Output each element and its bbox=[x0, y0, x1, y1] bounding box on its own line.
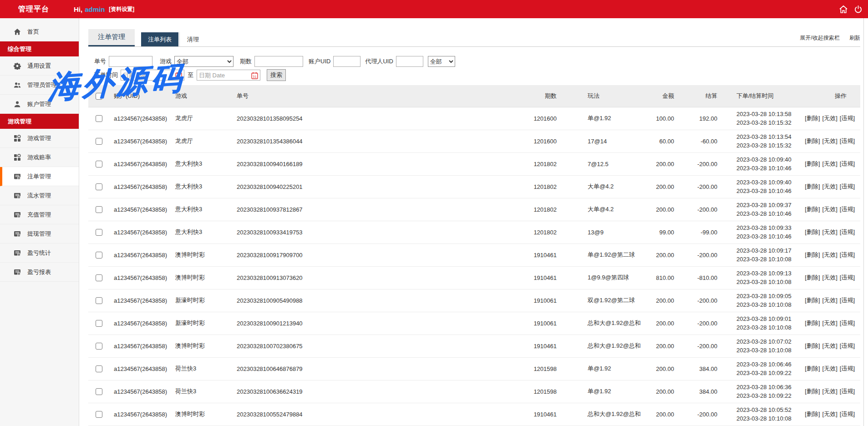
tab-order-list[interactable]: 注单列表 bbox=[141, 32, 178, 46]
sidebar-section-综合管理[interactable]: 综合管理 bbox=[0, 41, 79, 56]
row-action-link[interactable]: [删除] bbox=[805, 365, 820, 372]
cell-order-no: 20230328100917909700 bbox=[232, 243, 494, 266]
row-action-link[interactable]: [删除] bbox=[805, 388, 820, 395]
sidebar-item-盈亏统计[interactable]: 盈亏统计 bbox=[0, 243, 79, 263]
calendar-icon[interactable]: 31 bbox=[251, 72, 258, 79]
calendar-icon[interactable]: 31 bbox=[175, 72, 182, 79]
row-checkbox[interactable] bbox=[96, 274, 102, 281]
row-checkbox[interactable] bbox=[96, 138, 102, 145]
row-checkbox[interactable] bbox=[96, 411, 102, 418]
sidebar-item-游戏赔率[interactable]: 游戏赔率 bbox=[0, 148, 79, 167]
row-action-link[interactable]: [无效] bbox=[822, 137, 838, 144]
game-select[interactable]: 全部 bbox=[174, 56, 233, 67]
row-checkbox[interactable] bbox=[96, 161, 102, 167]
module-tab-order-management[interactable]: 注单管理 bbox=[88, 29, 135, 46]
row-checkbox[interactable] bbox=[96, 115, 102, 122]
row-action-link[interactable]: [无效] bbox=[822, 411, 838, 417]
row-action-link[interactable]: [删除] bbox=[805, 411, 820, 417]
row-action-link[interactable]: [删除] bbox=[805, 320, 820, 326]
row-action-link[interactable]: [无效] bbox=[822, 228, 838, 235]
row-action-link[interactable]: [无效] bbox=[822, 388, 838, 395]
row-action-link[interactable]: [删除] bbox=[805, 160, 820, 167]
sidebar-item-提现管理[interactable]: 提现管理 bbox=[0, 224, 79, 243]
row-action-link[interactable]: [无效] bbox=[822, 251, 838, 258]
sidebar-item-通用设置[interactable]: 通用设置 bbox=[0, 56, 79, 76]
refresh-link[interactable]: 刷新 bbox=[849, 35, 860, 41]
row-action-link[interactable]: [违规] bbox=[840, 342, 855, 349]
sidebar-item-流水管理[interactable]: 流水管理 bbox=[0, 186, 79, 205]
select-all-checkbox[interactable] bbox=[96, 93, 102, 100]
row-action-link[interactable]: [违规] bbox=[840, 137, 855, 144]
home-icon[interactable] bbox=[839, 5, 848, 14]
col-period: 期数 bbox=[494, 85, 558, 107]
row-action-link[interactable]: [违规] bbox=[840, 388, 855, 395]
row-action-link[interactable]: [删除] bbox=[805, 137, 820, 144]
cell-amount: 200.00 bbox=[644, 357, 676, 380]
date-to-input[interactable] bbox=[197, 71, 248, 80]
row-action-link[interactable]: [违规] bbox=[840, 365, 855, 372]
toggle-search-link[interactable]: 展开/收起搜索栏 bbox=[800, 35, 839, 41]
tab-clean[interactable]: 清理 bbox=[179, 32, 206, 46]
logout-power-icon[interactable] bbox=[854, 5, 863, 14]
sidebar-item-盈亏报表[interactable]: 盈亏报表 bbox=[0, 263, 79, 282]
row-action-link[interactable]: [删除] bbox=[805, 251, 820, 258]
row-action-link[interactable]: [违规] bbox=[840, 274, 855, 281]
row-action-link[interactable]: [无效] bbox=[822, 365, 838, 372]
row-action-link[interactable]: [违规] bbox=[840, 297, 855, 304]
row-checkbox[interactable] bbox=[96, 343, 102, 350]
report-icon bbox=[14, 269, 21, 276]
row-checkbox[interactable] bbox=[96, 183, 102, 190]
row-action-link[interactable]: [违规] bbox=[840, 183, 855, 190]
row-action-link[interactable]: [无效] bbox=[822, 206, 838, 213]
profile-settings-link[interactable]: [资料设置] bbox=[109, 5, 134, 13]
row-action-link[interactable]: [删除] bbox=[805, 183, 820, 190]
sidebar-item-管理员管理[interactable]: 管理员管理 bbox=[0, 76, 79, 95]
sidebar-item-注单管理[interactable]: 注单管理 bbox=[0, 167, 79, 186]
cell-time: 2023-03-28 10:13:58 2023-03-28 10:15:32 bbox=[719, 107, 799, 130]
period-input[interactable] bbox=[254, 56, 303, 67]
row-action-link[interactable]: [删除] bbox=[805, 115, 820, 122]
row-checkbox[interactable] bbox=[96, 229, 102, 236]
row-action-link[interactable]: [无效] bbox=[822, 342, 838, 349]
cell-game: 龙虎厅 bbox=[171, 107, 232, 130]
row-action-link[interactable]: [删除] bbox=[805, 342, 820, 349]
date-from-input[interactable] bbox=[121, 71, 172, 80]
search-button[interactable]: 搜索 bbox=[267, 69, 286, 81]
row-action-link[interactable]: [删除] bbox=[805, 274, 820, 281]
row-checkbox[interactable] bbox=[96, 252, 102, 259]
scrollbar-track[interactable] bbox=[863, 18, 864, 426]
order-no-input[interactable] bbox=[109, 56, 152, 67]
row-action-link[interactable]: [无效] bbox=[822, 160, 838, 167]
row-action-link[interactable]: [删除] bbox=[805, 297, 820, 304]
row-action-link[interactable]: [无效] bbox=[822, 274, 838, 281]
row-checkbox[interactable] bbox=[96, 320, 102, 327]
sidebar-item-首页[interactable]: 首页 bbox=[0, 22, 79, 41]
row-action-link[interactable]: [违规] bbox=[840, 320, 855, 326]
row-checkbox[interactable] bbox=[96, 206, 102, 213]
row-checkbox[interactable] bbox=[96, 365, 102, 372]
cell-game: 荷兰快3 bbox=[171, 357, 232, 380]
account-uid-input[interactable] bbox=[333, 56, 360, 67]
row-action-link[interactable]: [无效] bbox=[822, 320, 838, 326]
row-checkbox[interactable] bbox=[96, 388, 102, 395]
cell-time: 2023-03-28 10:09:37 2023-03-28 10:10:46 bbox=[719, 198, 799, 221]
row-action-link[interactable]: [违规] bbox=[840, 251, 855, 258]
row-action-link[interactable]: [违规] bbox=[840, 228, 855, 235]
status-select[interactable]: 全部 bbox=[428, 56, 455, 67]
sidebar-item-账户管理[interactable]: 账户管理 bbox=[0, 95, 79, 114]
row-action-link[interactable]: [无效] bbox=[822, 297, 838, 304]
table-row: a1234567(2643858) 澳博时时彩 2023032810070238… bbox=[88, 335, 860, 357]
row-action-link[interactable]: [违规] bbox=[840, 115, 855, 122]
sidebar-section-游戏管理[interactable]: 游戏管理 bbox=[0, 114, 79, 129]
sidebar-item-游戏管理[interactable]: 游戏管理 bbox=[0, 129, 79, 148]
row-action-link[interactable]: [违规] bbox=[840, 411, 855, 417]
row-action-link[interactable]: [删除] bbox=[805, 206, 820, 213]
row-action-link[interactable]: [违规] bbox=[840, 206, 855, 213]
agent-uid-input[interactable] bbox=[396, 56, 423, 67]
row-action-link[interactable]: [无效] bbox=[822, 115, 838, 122]
row-action-link[interactable]: [删除] bbox=[805, 228, 820, 235]
row-action-link[interactable]: [无效] bbox=[822, 183, 838, 190]
row-checkbox[interactable] bbox=[96, 297, 102, 304]
sidebar-item-充值管理[interactable]: 充值管理 bbox=[0, 205, 79, 224]
row-action-link[interactable]: [违规] bbox=[840, 160, 855, 167]
